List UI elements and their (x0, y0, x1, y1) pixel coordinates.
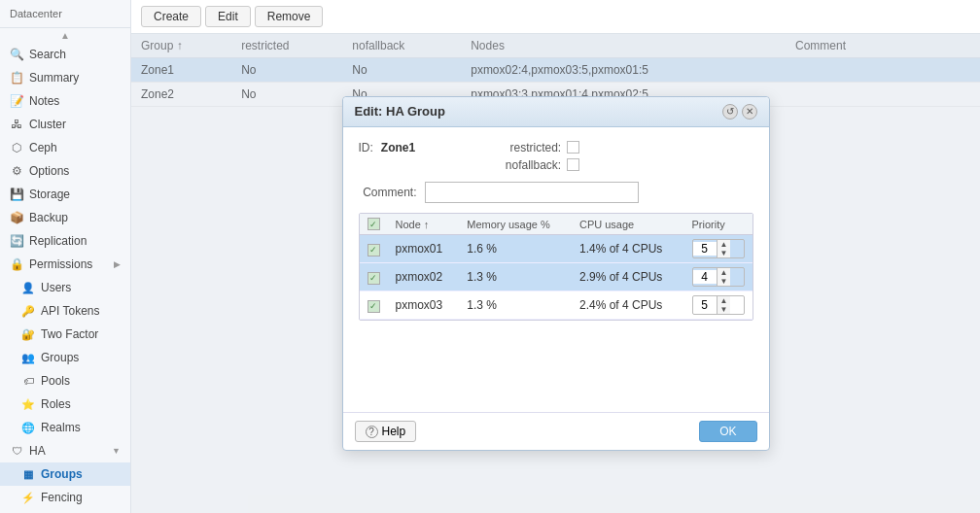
sidebar-item-label: Ceph (29, 141, 57, 154)
remove-button[interactable]: Remove (255, 6, 324, 27)
sidebar-scroll-up[interactable]: ▲ (0, 28, 130, 43)
modal-close-button[interactable]: ✕ (742, 104, 757, 120)
select-all-checkbox[interactable] (368, 218, 380, 230)
spinner-buttons: ▲ ▼ (717, 240, 731, 257)
sidebar-item-label: Options (29, 164, 69, 178)
cell-cpu: 2.4% of 4 CPUs (572, 291, 684, 320)
id-value: Zone1 (381, 141, 415, 154)
sidebar-item-label: Realms (41, 421, 81, 434)
cell-cpu: 2.9% of 4 CPUs (572, 263, 684, 291)
modal-restore-button[interactable]: ↺ (722, 104, 738, 120)
sidebar-item-label: Groups (41, 467, 83, 481)
priority-input[interactable] (693, 270, 717, 284)
comment-input[interactable] (425, 182, 639, 203)
cluster-icon: 🖧 (10, 118, 23, 131)
spinner-buttons: ▲ ▼ (717, 268, 731, 286)
spinner-down[interactable]: ▼ (718, 277, 731, 286)
nofallback-label: nofallback: (493, 158, 561, 172)
row-checkbox[interactable] (368, 300, 380, 313)
priority-input[interactable] (693, 298, 717, 312)
sidebar-item-backup[interactable]: 📦 Backup (0, 206, 130, 229)
sidebar-item-label: Summary (29, 71, 79, 85)
storage-icon: 💾 (10, 188, 23, 201)
sidebar-item-ha[interactable]: 🛡 HA ▼ (0, 439, 130, 462)
col-priority[interactable]: Priority (684, 214, 752, 235)
sidebar: Datacenter ▲ 🔍 Search 📋 Summary 📝 Notes … (0, 0, 131, 513)
footer-left: ? Help (355, 421, 417, 442)
inner-table-wrapper: Node ↑ Memory usage % CPU usage Priority (359, 213, 753, 322)
spinner-up[interactable]: ▲ (718, 240, 731, 249)
row-checkbox[interactable] (368, 272, 380, 285)
sidebar-item-replication[interactable]: 🔄 Replication (0, 229, 130, 253)
sidebar-item-sdn[interactable]: 🌐 SDN ▼ (0, 509, 130, 513)
priority-spinner[interactable]: ▲ ▼ (692, 239, 745, 258)
modal-header: Edit: HA Group ↺ ✕ (343, 97, 769, 127)
main-content: Create Edit Remove Group ↑ restricted no… (131, 0, 980, 513)
cell-priority: ▲ ▼ (684, 291, 752, 320)
create-button[interactable]: Create (141, 6, 201, 27)
cell-priority: ▲ ▼ (684, 235, 752, 263)
sidebar-item-api-tokens[interactable]: 🔑 API Tokens (0, 299, 130, 323)
sidebar-item-groups[interactable]: 👥 Groups (0, 346, 130, 369)
id-label: ID: (359, 141, 373, 154)
users-icon: 👤 (21, 281, 35, 294)
sidebar-item-label: Users (41, 281, 71, 294)
help-button[interactable]: ? Help (355, 421, 417, 442)
inner-table-row[interactable]: pxmox03 1.3 % 2.4% of 4 CPUs ▲ (360, 291, 752, 320)
cell-memory: 1.6 % (459, 235, 572, 263)
sidebar-item-storage[interactable]: 💾 Storage (0, 183, 130, 206)
col-memory[interactable]: Memory usage % (459, 214, 572, 235)
footer-right: OK (699, 421, 756, 442)
col-node[interactable]: Node ↑ (388, 214, 460, 235)
row-checkbox-cell (360, 235, 388, 263)
spinner-up[interactable]: ▲ (718, 268, 731, 277)
cell-memory: 1.3 % (459, 263, 572, 291)
row-checkbox-cell (360, 291, 388, 320)
restricted-checkbox[interactable] (567, 141, 579, 154)
col-cpu[interactable]: CPU usage (572, 214, 684, 235)
spinner-up[interactable]: ▲ (718, 296, 731, 305)
fencing-icon: ⚡ (21, 491, 35, 504)
sidebar-item-fencing[interactable]: ⚡ Fencing (0, 486, 130, 509)
priority-spinner[interactable]: ▲ ▼ (692, 267, 745, 287)
restricted-label: restricted: (493, 141, 561, 154)
spinner-down[interactable]: ▼ (718, 305, 731, 314)
inner-table: Node ↑ Memory usage % CPU usage Priority (360, 214, 752, 321)
sidebar-header: Datacenter (0, 0, 130, 28)
row-checkbox[interactable] (368, 244, 380, 256)
sidebar-item-cluster[interactable]: 🖧 Cluster (0, 113, 130, 136)
sidebar-item-ceph[interactable]: ⬡ Ceph (0, 136, 130, 159)
sidebar-item-realms[interactable]: 🌐 Realms (0, 416, 130, 439)
replication-icon: 🔄 (10, 234, 23, 248)
sidebar-item-users[interactable]: 👤 Users (0, 276, 130, 299)
spinner-down[interactable]: ▼ (718, 249, 731, 257)
sidebar-item-label: Cluster (29, 118, 66, 131)
pools-icon: 🏷 (21, 374, 35, 388)
sidebar-item-notes[interactable]: 📝 Notes (0, 89, 130, 113)
cell-cpu: 1.4% of 4 CPUs (572, 235, 684, 263)
priority-input[interactable] (693, 242, 717, 256)
sidebar-item-label: Replication (29, 234, 87, 248)
modal-body: ID: Zone1 restricted: nofallback: (343, 127, 769, 413)
spinner-buttons: ▲ ▼ (717, 296, 731, 314)
sidebar-item-search[interactable]: 🔍 Search (0, 43, 130, 66)
edit-button[interactable]: Edit (205, 6, 251, 27)
sidebar-item-permissions[interactable]: 🔒 Permissions ▶ (0, 253, 130, 276)
priority-spinner[interactable]: ▲ ▼ (692, 295, 745, 315)
sidebar-item-pools[interactable]: 🏷 Pools (0, 369, 130, 393)
ok-button[interactable]: OK (699, 421, 756, 442)
two-factor-icon: 🔐 (21, 327, 35, 341)
sidebar-item-summary[interactable]: 📋 Summary (0, 66, 130, 89)
roles-icon: ⭐ (21, 397, 35, 411)
options-icon: ⚙ (10, 164, 23, 178)
sidebar-item-roles[interactable]: ⭐ Roles (0, 393, 130, 416)
inner-table-row[interactable]: pxmox02 1.3 % 2.9% of 4 CPUs ▲ (360, 263, 752, 291)
permissions-icon: 🔒 (10, 257, 23, 271)
inner-table-row[interactable]: pxmox01 1.6 % 1.4% of 4 CPUs ▲ (360, 235, 752, 263)
sidebar-item-label: HA (29, 444, 46, 458)
nofallback-checkbox[interactable] (567, 158, 579, 171)
cell-node: pxmox02 (388, 263, 460, 291)
sidebar-item-options[interactable]: ⚙ Options (0, 159, 130, 183)
sidebar-item-ha-groups[interactable]: ▦ Groups (0, 462, 130, 486)
sidebar-item-two-factor[interactable]: 🔐 Two Factor (0, 323, 130, 346)
